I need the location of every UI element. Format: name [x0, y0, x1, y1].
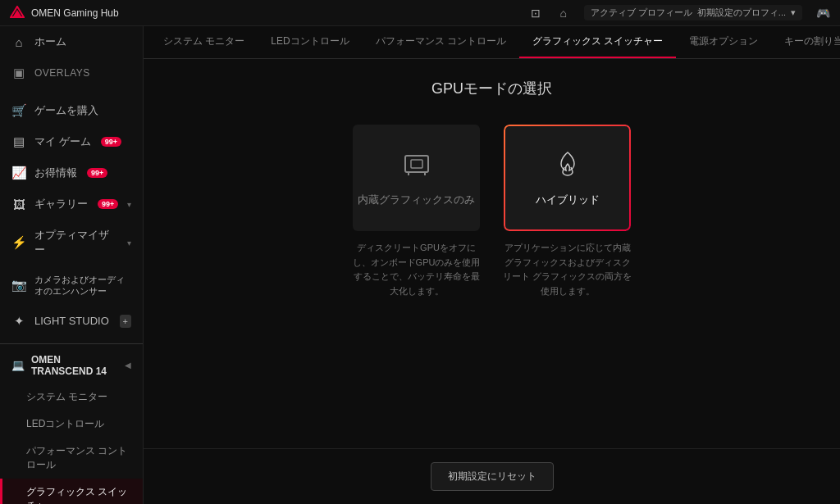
sub-performance-control-label: パフォーマンス コントロール	[26, 444, 131, 472]
gpu-card-hybrid-box[interactable]: ハイブリッド	[504, 125, 631, 231]
gpu-card-hybrid: ハイブリッド アプリケーションに応じて内蔵グラフィックスおよびディスクリート グ…	[502, 125, 633, 298]
optimizer-icon: ⚡	[11, 235, 26, 250]
hybrid-gpu-desc: アプリケーションに応じて内蔵グラフィックスおよびディスクリート グラフィックスの…	[502, 241, 633, 298]
sidebar-sub-performance-control[interactable]: パフォーマンス コントロール	[0, 438, 143, 479]
sidebar-gallery-label: ギャラリー	[34, 197, 88, 211]
hybrid-gpu-icon	[553, 149, 582, 184]
reset-button[interactable]: 初期設定にリセット	[431, 462, 554, 491]
app-title: OMEN Gaming Hub	[31, 7, 119, 19]
sub-system-monitor-label: システム モニター	[26, 390, 107, 404]
sidebar-overlays-header[interactable]: ▣ OVERLAYS	[0, 57, 143, 89]
games-icon: ▤	[11, 134, 26, 149]
sidebar-deals-label: お得情報	[34, 166, 77, 180]
page-content: GPUモードの選択 内蔵グラフィックスのみ	[144, 59, 840, 448]
sidebar-item-buy-games[interactable]: 🛒 ゲームを購入	[0, 95, 143, 126]
sidebar-sub-graphics-switcher[interactable]: グラフィックス スイッチャー	[0, 479, 143, 504]
title-bar-actions: ⊡ ⌂ アクティブ プロフィール 初期設定のプロフィ... ▾ 🎮	[528, 5, 830, 20]
gallery-chevron-icon: ▾	[127, 200, 131, 209]
sidebar-omen-section: 💻 OMEN TRANSCEND 14 ◀ システム モニター LEDコントロー…	[0, 343, 143, 504]
svg-rect-2	[405, 156, 428, 172]
optimizer-chevron-icon: ▾	[127, 238, 131, 247]
sidebar-item-my-games[interactable]: ▤ マイ ゲーム 99+	[0, 126, 143, 157]
sidebar-my-games-label: マイ ゲーム	[34, 134, 91, 149]
tab-system-monitor[interactable]: システム モニター	[150, 26, 258, 58]
content-area: システム モニター LEDコントロール パフォーマンス コントロール グラフィッ…	[144, 26, 840, 504]
active-profile-label: アクティブ プロフィール	[591, 7, 692, 19]
sidebar-item-camera-audio[interactable]: 📷 カメラおよびオーディオのエンハンサー	[0, 266, 143, 306]
sidebar-device-label: OMEN TRANSCEND 14	[31, 354, 118, 377]
title-bar: OMEN Gaming Hub ⊡ ⌂ アクティブ プロフィール 初期設定のプロ…	[0, 0, 840, 26]
integrated-gpu-desc: ディスクリートGPUをオフにし、オンボードGPUのみを使用することで、バッテリ寿…	[351, 241, 482, 298]
sidebar-item-home[interactable]: ⌂ ホーム	[0, 26, 143, 57]
sidebar-overlays-label: OVERLAYS	[34, 67, 90, 79]
camera-icon: 📷	[11, 278, 26, 293]
sidebar-item-deals[interactable]: 📈 お得情報 99+	[0, 157, 143, 188]
home-icon[interactable]: ⌂	[556, 6, 571, 20]
sidebar-buy-games-label: ゲームを購入	[34, 103, 98, 118]
monitor-icon[interactable]: ⊡	[528, 6, 543, 20]
tab-key-assign[interactable]: キーの割り当て	[771, 26, 840, 58]
app-logo	[10, 6, 25, 20]
integrated-gpu-label: 内蔵グラフィックスのみ	[358, 193, 475, 207]
sidebar-item-light-studio[interactable]: ✦ LIGHT STUDIO +	[0, 306, 143, 337]
profile-name: 初期設定のプロフィ...	[697, 7, 786, 19]
store-icon: 🛒	[11, 103, 26, 118]
tab-graphics-switcher[interactable]: グラフィックス スイッチャー	[519, 26, 676, 58]
sidebar-item-optimizer[interactable]: ⚡ オプティマイザー ▾	[0, 220, 143, 266]
sidebar-optimizer-label: オプティマイザー	[34, 228, 119, 257]
tab-performance-control[interactable]: パフォーマンス コントロール	[363, 26, 519, 58]
tab-power-option[interactable]: 電源オプション	[676, 26, 771, 58]
gallery-badge: 99+	[98, 199, 118, 209]
gpu-card-integrated: 内蔵グラフィックスのみ ディスクリートGPUをオフにし、オンボードGPUのみを使…	[351, 125, 482, 298]
chevron-down-icon: ▾	[791, 7, 796, 18]
light-studio-add-icon[interactable]: +	[120, 315, 131, 328]
tab-led-control[interactable]: LEDコントロール	[258, 26, 362, 58]
sub-led-control-label: LEDコントロール	[26, 417, 104, 431]
my-games-badge: 99+	[101, 137, 121, 147]
overlays-icon: ▣	[11, 66, 26, 80]
tab-bar: システム モニター LEDコントロール パフォーマンス コントロール グラフィッ…	[144, 26, 840, 59]
gpu-cards-container: 内蔵グラフィックスのみ ディスクリートGPUをオフにし、オンボードGPUのみを使…	[351, 125, 633, 298]
active-profile-dropdown[interactable]: アクティブ プロフィール 初期設定のプロフィ... ▾	[584, 5, 802, 20]
sidebar: ⌂ ホーム ▣ OVERLAYS 🛒 ゲームを購入 ▤ マイ ゲーム 99+ 📈…	[0, 26, 144, 504]
controller-icon[interactable]: 🎮	[815, 6, 830, 20]
gallery-icon: 🖼	[11, 198, 26, 211]
deals-icon: 📈	[11, 166, 26, 180]
sidebar-light-studio-label: LIGHT STUDIO	[34, 315, 109, 327]
home-sidebar-icon: ⌂	[11, 35, 26, 49]
integrated-gpu-icon	[402, 149, 431, 184]
sub-graphics-switcher-label: グラフィックス スイッチャー	[26, 485, 131, 504]
gpu-card-integrated-box[interactable]: 内蔵グラフィックスのみ	[353, 125, 480, 231]
sidebar-device-header[interactable]: 💻 OMEN TRANSCEND 14 ◀	[0, 347, 143, 384]
sidebar-home-label: ホーム	[34, 34, 66, 49]
sidebar-camera-label: カメラおよびオーディオのエンハンサー	[34, 274, 131, 297]
svg-rect-5	[411, 160, 422, 168]
sidebar-sub-led-control[interactable]: LEDコントロール	[0, 411, 143, 438]
sidebar-sub-system-monitor[interactable]: システム モニター	[0, 384, 143, 411]
sidebar-item-gallery[interactable]: 🖼 ギャラリー 99+ ▾	[0, 188, 143, 220]
hybrid-gpu-label: ハイブリッド	[536, 193, 600, 207]
deals-badge: 99+	[87, 168, 107, 178]
light-studio-icon: ✦	[11, 314, 26, 329]
main-layout: ⌂ ホーム ▣ OVERLAYS 🛒 ゲームを購入 ▤ マイ ゲーム 99+ 📈…	[0, 26, 840, 504]
laptop-icon: 💻	[11, 359, 25, 371]
page-title: GPUモードの選択	[431, 79, 552, 98]
device-chevron-icon: ◀	[125, 361, 131, 370]
footer-bar: 初期設定にリセット	[144, 448, 840, 504]
